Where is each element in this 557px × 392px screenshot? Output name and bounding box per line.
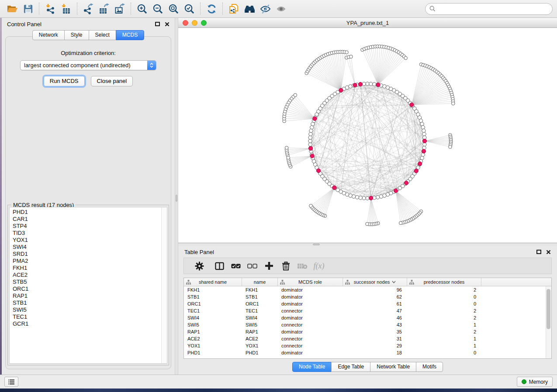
- mcds-result-item[interactable]: ACE2: [13, 272, 158, 279]
- table-settings-button[interactable]: [191, 259, 208, 272]
- tab-node-table[interactable]: Node Table: [292, 362, 332, 372]
- control-panel: Control Panel NetworkStyleSelectMCDS Opt…: [2, 18, 175, 375]
- column-header-MCDS-role[interactable]: MCDS role: [278, 278, 343, 286]
- toolbar-separator: [39, 3, 39, 15]
- zoom-out-button[interactable]: [150, 2, 166, 15]
- plus-icon: [265, 261, 273, 270]
- combo-stepper-icon[interactable]: [147, 61, 156, 70]
- mcds-result-item[interactable]: TEC1: [13, 313, 158, 320]
- mcds-result-item[interactable]: RAP1: [13, 292, 158, 299]
- export-image-button[interactable]: [112, 2, 128, 15]
- memory-button[interactable]: Memory: [517, 377, 553, 387]
- search-input[interactable]: [438, 6, 548, 12]
- table-row[interactable]: YOX1YOX1connector291: [184, 342, 551, 349]
- zoom-fit-button[interactable]: [166, 2, 181, 15]
- create-column-button[interactable]: [261, 259, 277, 272]
- criterion-select[interactable]: largest connected component (undirected): [20, 60, 156, 70]
- tab-mcds[interactable]: MCDS: [116, 30, 144, 40]
- unchecked-boxes-icon: [247, 264, 258, 268]
- network-graph[interactable]: [178, 28, 556, 243]
- mcds-list-scrollbar[interactable]: [161, 207, 167, 363]
- attribute-tree-icon: [186, 280, 191, 285]
- import-table-button[interactable]: [58, 2, 74, 15]
- tab-network[interactable]: Network: [32, 30, 65, 40]
- show-column-button[interactable]: [211, 259, 228, 272]
- mcds-result-item[interactable]: CAR1: [13, 216, 158, 223]
- import-network-button[interactable]: [42, 2, 58, 15]
- open-file-button[interactable]: [4, 2, 20, 15]
- delete-table-button[interactable]: [294, 259, 311, 272]
- mcds-result-item[interactable]: YOX1: [13, 237, 158, 244]
- tab-style[interactable]: Style: [64, 30, 89, 40]
- search-icon: [429, 6, 436, 12]
- column-header-shared-name[interactable]: shared name: [184, 278, 242, 286]
- mcds-result-item[interactable]: STB5: [13, 279, 158, 285]
- clone-network-button[interactable]: [226, 2, 242, 15]
- mcds-result-item[interactable]: TID3: [13, 230, 158, 237]
- export-network-icon: [83, 3, 94, 14]
- table-row[interactable]: STB1STB1dominator620: [184, 293, 551, 300]
- show-all-button[interactable]: [273, 2, 289, 15]
- window-minimize-button[interactable]: [192, 20, 197, 26]
- export-table-button[interactable]: [96, 2, 112, 15]
- mcds-result-item[interactable]: STB1: [13, 299, 158, 306]
- table-row[interactable]: SWI4SWI4dominator462: [184, 314, 551, 321]
- mcds-result-item[interactable]: SWI4: [13, 244, 158, 251]
- apply-layout-button[interactable]: [204, 2, 219, 15]
- table-scrollbar[interactable]: [546, 286, 551, 358]
- mcds-result-item[interactable]: GCR1: [13, 320, 158, 327]
- tab-select[interactable]: Select: [89, 30, 116, 40]
- mcds-result-list: PHD1CAR1STP4TID3YOX1SWI4SRD1PMA2FKH1ACE2…: [10, 207, 161, 363]
- network-canvas[interactable]: [178, 28, 557, 243]
- vertical-splitter[interactable]: [175, 18, 178, 375]
- column-header-predecessor-nodes[interactable]: predecessor nodes: [407, 278, 481, 286]
- close-panel-button[interactable]: Close panel: [91, 76, 133, 86]
- window-close-button[interactable]: [183, 20, 188, 26]
- export-network-button[interactable]: [80, 2, 96, 15]
- table-row[interactable]: ACE2ACE2connector311: [184, 335, 551, 342]
- hide-selected-button[interactable]: [257, 2, 273, 15]
- close-panel-icon[interactable]: [165, 22, 170, 27]
- column-header-successor-nodes[interactable]: successor nodes: [343, 278, 407, 286]
- select-all-button[interactable]: [228, 259, 244, 272]
- tab-motifs[interactable]: Motifs: [416, 362, 443, 372]
- mcds-result-item[interactable]: SWI5: [13, 306, 158, 313]
- float-panel-icon[interactable]: [155, 22, 160, 26]
- table-row[interactable]: ORC1ORC1dominator610: [184, 300, 551, 307]
- mcds-result-item[interactable]: PMA2: [13, 258, 158, 265]
- table-row[interactable]: RAP1RAP1dominator352: [184, 328, 551, 335]
- window-maximize-button[interactable]: [201, 20, 207, 26]
- mcds-result-item[interactable]: ORC1: [13, 285, 158, 292]
- horizontal-splitter[interactable]: [178, 243, 557, 246]
- splitter-grip[interactable]: [313, 244, 320, 245]
- run-mcds-button[interactable]: Run MCDS: [44, 76, 85, 86]
- function-builder-button[interactable]: f(x): [311, 259, 327, 272]
- mcds-result-item[interactable]: PHD1: [13, 209, 158, 216]
- table-row[interactable]: FKH1FKH1dominator962: [184, 286, 551, 293]
- refresh-icon: [206, 3, 217, 14]
- mcds-result-item[interactable]: STP4: [13, 223, 158, 230]
- column-header-name[interactable]: name: [242, 278, 278, 286]
- save-session-button[interactable]: [20, 2, 36, 15]
- search-field[interactable]: [425, 3, 553, 15]
- close-panel-icon[interactable]: [546, 250, 551, 254]
- first-neighbors-button[interactable]: [242, 2, 257, 15]
- memory-label: Memory: [529, 379, 548, 385]
- table-row[interactable]: TEC1TEC1connector472: [184, 307, 551, 314]
- network-window-titlebar[interactable]: YPA_prune.txt_1: [178, 18, 557, 28]
- float-panel-icon[interactable]: [536, 250, 541, 254]
- zoom-selected-button[interactable]: [181, 2, 197, 15]
- deselect-all-button[interactable]: [244, 259, 261, 272]
- table-row[interactable]: SWI5SWI5connector431: [184, 321, 551, 328]
- splitter-grip[interactable]: [176, 195, 177, 202]
- mcds-result-item[interactable]: SRD1: [13, 251, 158, 258]
- scrollbar-thumb[interactable]: [547, 289, 550, 329]
- mcds-result-item[interactable]: FKH1: [13, 265, 158, 272]
- tab-edge-table[interactable]: Edge Table: [331, 362, 370, 372]
- toolbar-separator: [131, 3, 131, 15]
- task-history-button[interactable]: [4, 377, 18, 387]
- table-row[interactable]: PHD1PHD1dominator180: [184, 349, 551, 356]
- delete-column-button[interactable]: [277, 259, 294, 272]
- zoom-in-button[interactable]: [134, 2, 150, 15]
- tab-network-table[interactable]: Network Table: [370, 362, 416, 372]
